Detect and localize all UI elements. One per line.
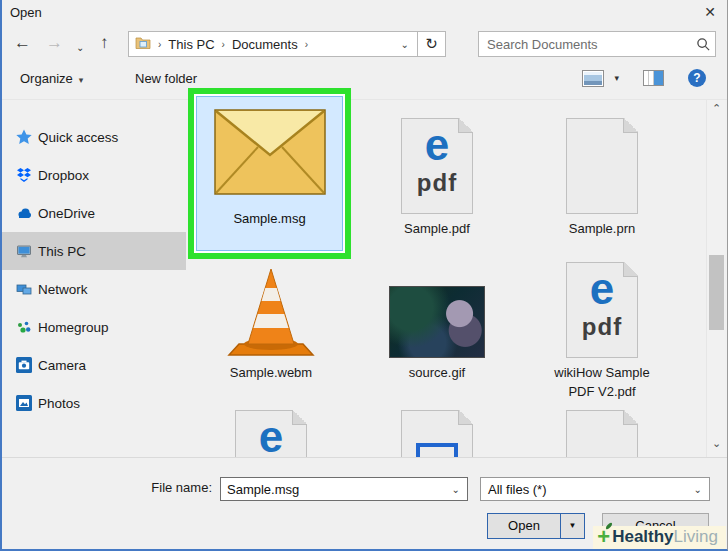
watermark-bold-text: Healthy [612, 527, 673, 547]
sidebar-item-photos[interactable]: Photos [0, 384, 186, 422]
open-dropdown-icon[interactable]: ▼ [561, 514, 584, 538]
file-name-label: File name: [80, 480, 212, 495]
sidebar-item-label: Quick access [38, 130, 118, 145]
title-bar: Open ✕ [0, 0, 728, 28]
breadcrumb-separator: › [222, 39, 225, 50]
views-chevron-icon[interactable]: ▾ [614, 73, 619, 83]
scrollbar[interactable]: ⌃ ⌄ [706, 100, 725, 457]
network-icon [16, 281, 32, 297]
breadcrumb-separator: › [158, 39, 161, 50]
breadcrumb-separator: › [305, 39, 308, 50]
scrollbar-thumb[interactable] [709, 255, 724, 330]
up-icon[interactable]: ↑ [100, 32, 109, 54]
breadcrumb-wrap: › This PC › Documents › ⌄ ↻ [128, 31, 446, 57]
search-input[interactable] [479, 37, 691, 52]
sidebar-item-label: This PC [38, 244, 86, 259]
computer-icon [16, 243, 32, 259]
scroll-up-icon[interactable]: ⌃ [707, 102, 726, 120]
vlc-cone-icon [196, 262, 346, 358]
open-button[interactable]: Open [488, 514, 560, 538]
sidebar-item-homegroup[interactable]: Homegroup [0, 308, 186, 346]
forward-icon: → [46, 32, 63, 54]
camera-icon [16, 357, 32, 373]
star-icon [16, 129, 32, 145]
watermark-light-text: Living [674, 527, 718, 547]
chevron-down-icon[interactable]: ⌄ [445, 484, 467, 495]
file-name: wikiHow Sample PDF V2.pdf [542, 364, 662, 402]
organize-button[interactable]: Organize▾ [20, 71, 83, 86]
pdf-label: pdf [582, 313, 622, 341]
sidebar-item-label: Network [38, 282, 88, 297]
open-split-button: Open ▼ [487, 513, 585, 539]
edge-logo: e [425, 123, 449, 167]
breadcrumb[interactable]: › This PC › Documents › ⌄ [128, 31, 418, 57]
file-item-wikihow-pdf[interactable]: e pdf wikiHow Sample PDF V2.pdf [527, 262, 677, 402]
breadcrumb-dropdown-icon[interactable]: ⌄ [397, 39, 413, 50]
file-name: source.gif [362, 364, 512, 383]
sidebar-item-label: Dropbox [38, 168, 89, 183]
file-name: Sample.prn [527, 220, 677, 239]
window-title: Open [10, 5, 42, 20]
file-item-partial[interactable] [527, 398, 677, 457]
plus-leaf-icon: + [597, 527, 610, 547]
file-type-value: All files (*) [481, 482, 547, 497]
file-item-partial[interactable]: e [196, 398, 346, 457]
edge-pdf-icon: e pdf [527, 262, 677, 358]
chevron-down-icon: ⌄ [687, 484, 709, 495]
preview-pane-icon[interactable] [643, 70, 664, 86]
history-chevron-icon[interactable]: ⌄ [76, 37, 84, 59]
toolbar: Organize▾ New folder ▾ ? [0, 60, 728, 100]
new-folder-button[interactable]: New folder [135, 71, 197, 86]
file-name-combobox: ⌄ [220, 477, 468, 501]
search-icon[interactable] [691, 37, 715, 52]
scroll-down-icon[interactable]: ⌄ [707, 437, 726, 455]
page-fold [458, 410, 473, 425]
file-item-sample-webm[interactable]: Sample.webm [196, 262, 346, 383]
documents-folder-icon [135, 35, 151, 54]
sidebar-item-camera[interactable]: Camera [0, 346, 186, 384]
file-item-partial[interactable] [362, 398, 512, 457]
edge-logo: e [259, 415, 283, 457]
refresh-icon[interactable]: ↻ [418, 31, 446, 57]
breadcrumb-this-pc[interactable]: This PC [168, 37, 214, 52]
chevron-down-icon: ▾ [79, 75, 84, 85]
page-fold [623, 262, 638, 277]
sidebar-item-label: Photos [38, 396, 80, 411]
dropbox-icon [16, 167, 32, 183]
file-name: Sample.webm [196, 364, 346, 383]
sidebar-item-network[interactable]: Network [0, 270, 186, 308]
file-name: Sample.pdf [362, 220, 512, 239]
highlight-box: Sample.msg [188, 88, 351, 259]
help-icon[interactable]: ? [688, 69, 706, 87]
file-item-source-gif[interactable]: source.gif [362, 262, 512, 383]
back-icon[interactable]: ← [14, 32, 31, 54]
file-item-sample-prn[interactable]: Sample.prn [527, 106, 677, 239]
views-icon[interactable] [582, 70, 604, 87]
page-fold [458, 118, 473, 133]
image-thumbnail-icon [362, 262, 512, 358]
sidebar-item-quick-access[interactable]: Quick access [0, 118, 186, 156]
blank-document-icon [527, 398, 677, 457]
file-name-input[interactable] [221, 482, 445, 497]
cloud-icon [16, 205, 32, 221]
open-dialog: Open ✕ ← → ⌄ ↑ › This PC › Documents › ⌄ [0, 0, 728, 551]
toolbar-right: ▾ ? [582, 69, 706, 87]
pdf-label: pdf [417, 169, 457, 197]
sidebar-item-dropbox[interactable]: Dropbox [0, 156, 186, 194]
sidebar-item-onedrive[interactable]: OneDrive [0, 194, 186, 232]
page-fold [623, 410, 638, 425]
blank-document-icon [527, 106, 677, 214]
close-icon[interactable]: ✕ [704, 4, 716, 20]
sidebar-item-this-pc[interactable]: This PC [0, 232, 186, 270]
breadcrumb-documents[interactable]: Documents [232, 37, 298, 52]
file-item-sample-pdf[interactable]: e pdf Sample.pdf [362, 106, 512, 239]
email-envelope-icon [214, 109, 326, 199]
page-fold [292, 410, 307, 425]
healthy-living-watermark: + Healthy Living [593, 526, 726, 549]
video-document-icon [362, 398, 512, 457]
search-box [478, 31, 716, 57]
edge-document-icon: e [196, 398, 346, 457]
file-type-select[interactable]: All files (*) ⌄ [480, 477, 710, 501]
navigation-bar: ← → ⌄ ↑ › This PC › Documents › ⌄ ↻ [0, 28, 728, 60]
file-item-sample-msg[interactable]: Sample.msg [196, 96, 343, 251]
